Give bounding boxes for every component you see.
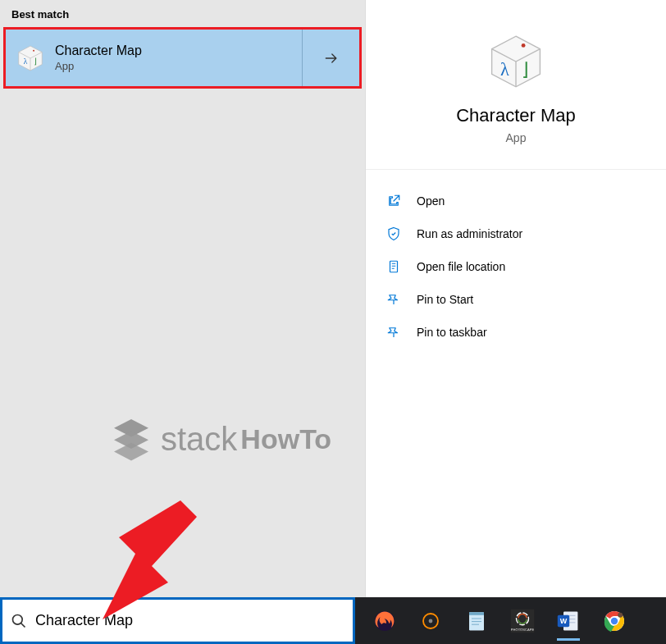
svg-rect-10 <box>390 261 398 272</box>
action-label: Pin to taskbar <box>417 326 487 339</box>
open-icon <box>385 193 402 209</box>
folder-icon <box>385 258 402 275</box>
admin-icon <box>385 226 402 242</box>
svg-line-16 <box>21 623 25 627</box>
svg-text:W: W <box>560 617 568 625</box>
search-icon <box>11 613 27 629</box>
search-input[interactable] <box>35 612 344 629</box>
action-label: Run as administrator <box>417 227 522 240</box>
firefox-icon <box>372 609 397 633</box>
action-open[interactable]: Open <box>366 185 666 217</box>
svg-text:λ: λ <box>500 59 509 80</box>
detail-pane: λ ⌋ Character Map App Open Run as admini… <box>365 0 666 597</box>
pin-icon <box>385 291 402 308</box>
result-subtitle: App <box>55 60 302 72</box>
action-label: Open <box>417 194 445 208</box>
taskbar-photoscape[interactable]: PHOTOSCAPE <box>508 606 537 636</box>
svg-point-4 <box>33 49 34 51</box>
character-map-icon: λ ⌋ <box>16 44 44 72</box>
action-label: Open file location <box>417 260 505 273</box>
svg-text:⌋: ⌋ <box>522 59 529 80</box>
taskbar: PHOTOSCAPE W <box>0 597 666 644</box>
search-result-character-map[interactable]: λ ⌋ Character Map App <box>3 27 362 89</box>
detail-title: Character Map <box>456 105 576 126</box>
notepad-icon <box>464 609 489 633</box>
taskbar-search-box[interactable] <box>0 597 355 644</box>
action-open-location[interactable]: Open file location <box>366 250 666 283</box>
section-header-best-match: Best match <box>0 0 365 27</box>
result-title: Character Map <box>55 43 302 58</box>
character-map-icon: λ ⌋ <box>487 33 545 90</box>
action-run-as-admin[interactable]: Run as administrator <box>366 217 666 250</box>
result-icon: λ ⌋ <box>6 44 55 72</box>
photoscape-icon: PHOTOSCAPE <box>509 607 536 635</box>
svg-text:⌋: ⌋ <box>34 57 37 66</box>
taskbar-notepad[interactable] <box>462 606 491 636</box>
svg-text:PHOTOSCAPE: PHOTOSCAPE <box>511 628 535 632</box>
result-text-wrap: Character Map App <box>55 43 302 72</box>
detail-app-icon: λ ⌋ <box>487 33 545 90</box>
disc-icon <box>418 609 443 633</box>
action-pin-taskbar[interactable]: Pin to taskbar <box>366 316 666 349</box>
chrome-icon <box>602 609 627 633</box>
svg-rect-22 <box>469 612 484 615</box>
word-icon: W <box>556 609 581 633</box>
detail-subtitle: App <box>506 131 527 144</box>
arrow-right-icon <box>323 50 340 66</box>
svg-text:λ: λ <box>24 57 28 66</box>
taskbar-firefox[interactable] <box>370 606 399 636</box>
svg-point-38 <box>618 612 623 617</box>
action-pin-start[interactable]: Pin to Start <box>366 283 666 316</box>
pin-icon <box>385 324 402 340</box>
svg-point-20 <box>429 619 433 623</box>
action-label: Pin to Start <box>417 293 473 306</box>
taskbar-apps: PHOTOSCAPE W <box>355 597 666 644</box>
taskbar-word[interactable]: W <box>554 606 583 636</box>
svg-point-15 <box>13 614 23 624</box>
taskbar-media-player[interactable] <box>416 606 445 636</box>
action-list: Open Run as administrator Open file loca… <box>366 170 666 363</box>
taskbar-chrome[interactable] <box>600 606 629 636</box>
expand-result-button[interactable] <box>302 30 359 86</box>
svg-point-9 <box>522 43 526 48</box>
detail-header: λ ⌋ Character Map App <box>366 0 666 170</box>
search-results-pane: Best match λ ⌋ Character Map App <box>0 0 365 597</box>
